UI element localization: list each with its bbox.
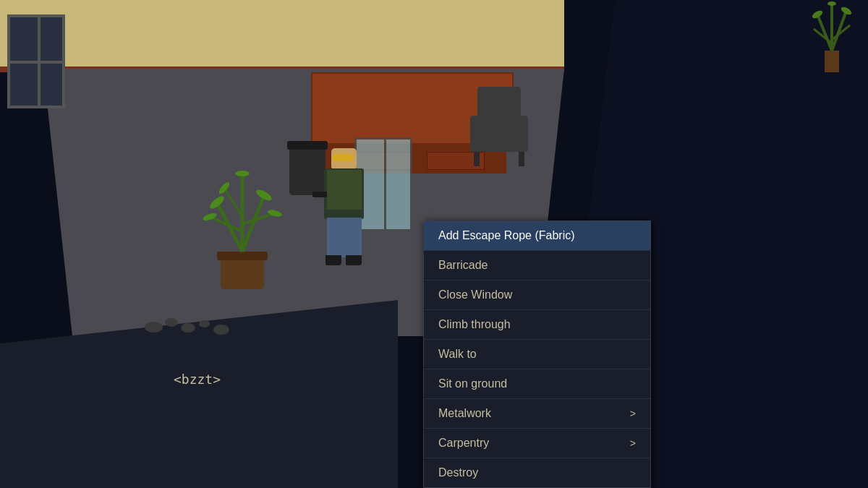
menu-item-label-carpentry: Carpentry [438, 437, 489, 450]
character-vest [327, 170, 362, 210]
menu-item-add-escape-rope[interactable]: Add Escape Rope (Fabric) [424, 221, 650, 251]
menu-item-label-metalwork: Metalwork [438, 407, 491, 420]
chair-leg-right [519, 152, 524, 166]
top-right-plant [810, 0, 854, 72]
game-background: <bzzt> Add Escape Rope (Fabric)Barricade… [0, 0, 868, 488]
status-text: <bzzt> [174, 372, 221, 387]
svg-rect-0 [825, 51, 839, 72]
menu-item-label-destroy: Destroy [438, 466, 478, 479]
menu-item-sit-on-ground[interactable]: Sit on ground [424, 369, 650, 399]
svg-point-22 [218, 181, 231, 195]
svg-line-16 [224, 188, 242, 217]
submenu-arrow-metalwork: > [630, 408, 636, 419]
svg-rect-9 [221, 257, 264, 289]
menu-item-metalwork[interactable]: Metalwork> [424, 399, 650, 429]
menu-item-label-walk-to: Walk to [438, 348, 477, 361]
menu-item-label-add-escape-rope: Add Escape Rope (Fabric) [438, 229, 575, 242]
menu-item-destroy[interactable]: Destroy [424, 458, 650, 487]
svg-point-17 [208, 194, 226, 210]
submenu-arrow-carpentry: > [630, 437, 636, 449]
menu-item-close-window[interactable]: Close Window [424, 281, 650, 310]
wall-top [0, 0, 564, 72]
chair-back [477, 87, 521, 119]
menu-item-barricade[interactable]: Barricade [424, 251, 650, 281]
menu-item-carpentry[interactable]: Carpentry> [424, 429, 650, 458]
svg-point-18 [255, 188, 273, 203]
office-chair [463, 87, 535, 166]
menu-item-label-climb-through: Climb through [438, 318, 511, 331]
left-window [7, 14, 65, 108]
rock-5 [213, 325, 229, 335]
indoor-plant [203, 145, 282, 289]
menu-item-label-sit-on-ground: Sit on ground [438, 377, 507, 390]
rock-1 [145, 322, 163, 333]
character-goggles [333, 154, 353, 161]
rock-4 [199, 320, 210, 328]
context-menu: Add Escape Rope (Fabric)BarricadeClose W… [423, 221, 651, 488]
character-boot-right [346, 255, 362, 265]
rock-3 [181, 323, 195, 333]
ground-rubble [145, 314, 231, 343]
menu-item-walk-to[interactable]: Walk to [424, 340, 650, 369]
svg-rect-10 [217, 252, 268, 260]
chair-leg-left [474, 152, 480, 166]
character-weapon [312, 192, 327, 197]
character-boot-left [326, 255, 341, 265]
menu-item-label-barricade: Barricade [438, 259, 488, 272]
svg-point-19 [235, 171, 250, 176]
chair-seat [470, 116, 528, 152]
character-legs [327, 218, 362, 257]
player-character [318, 148, 369, 264]
menu-item-climb-through[interactable]: Climb through [424, 310, 650, 340]
menu-item-label-close-window: Close Window [438, 288, 512, 301]
svg-point-8 [827, 1, 836, 6]
rock-2 [165, 318, 178, 327]
svg-line-15 [242, 213, 275, 224]
